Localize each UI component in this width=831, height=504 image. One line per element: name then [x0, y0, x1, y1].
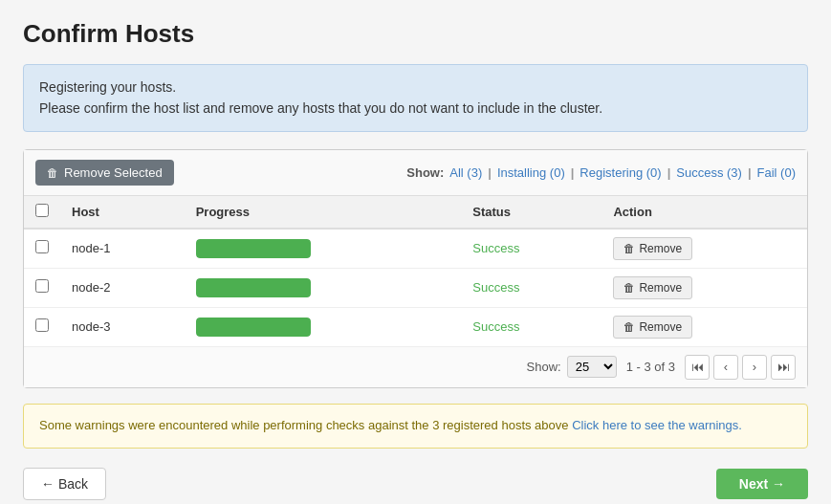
select-all-checkbox[interactable] — [35, 204, 49, 217]
row-action-node-3: Remove — [601, 307, 807, 346]
info-box: Registering your hosts. Please confirm t… — [23, 64, 808, 132]
warning-box: Some warnings were encountered while per… — [23, 404, 808, 449]
table-toolbar: Remove Selected Show: All (3) | Installi… — [24, 150, 807, 196]
hosts-table: Host Progress Status Action node-1 Succe… — [24, 196, 807, 346]
remove-selected-button[interactable]: Remove Selected — [35, 160, 174, 186]
row-checkbox-node-3[interactable] — [35, 318, 49, 332]
row-status-node-3: Success — [461, 307, 601, 346]
table-row: node-3 Success Remove — [24, 307, 807, 346]
warning-link[interactable]: Click here to see the warnings. — [572, 418, 742, 432]
filter-all-link[interactable]: All (3) — [449, 165, 482, 180]
col-progress: Progress — [185, 196, 462, 229]
trash-icon — [47, 165, 58, 180]
table-row: node-1 Success Remove — [24, 229, 807, 269]
filter-registering-link[interactable]: Registering (0) — [580, 165, 661, 180]
row-host-node-2: node-2 — [60, 268, 185, 307]
row-progress-node-1 — [185, 229, 462, 269]
row-checkbox-node-1[interactable] — [35, 240, 49, 253]
trash-icon-row-node-2 — [623, 281, 635, 295]
progress-bar-bg-node-2 — [196, 278, 311, 297]
info-line2: Please confirm the host list and remove … — [39, 100, 602, 116]
progress-bar-fill-node-2 — [196, 278, 311, 297]
row-checkbox-cell — [24, 307, 60, 346]
col-action: Action — [601, 196, 807, 229]
per-page-select[interactable]: 10 25 50 100 — [567, 356, 617, 378]
back-button[interactable]: ← Back — [23, 468, 106, 500]
pagination-buttons: ⏮ ‹ › ⏭ — [685, 355, 796, 380]
last-page-button[interactable]: ⏭ — [771, 355, 796, 380]
row-host-node-1: node-1 — [60, 229, 185, 269]
show-label: Show: — [406, 165, 444, 180]
warning-text: Some warnings were encountered while per… — [39, 418, 572, 432]
progress-bar-bg-node-1 — [196, 239, 311, 258]
first-page-button[interactable]: ⏮ — [685, 355, 710, 380]
row-progress-node-3 — [185, 307, 462, 346]
remove-button-node-3[interactable]: Remove — [613, 316, 692, 339]
col-checkbox — [24, 196, 60, 229]
remove-selected-label: Remove Selected — [64, 165, 163, 180]
sep2: | — [571, 165, 575, 180]
row-status-node-2: Success — [461, 268, 601, 307]
page-info: 1 - 3 of 3 — [626, 360, 675, 374]
table-header-row: Host Progress Status Action — [24, 196, 807, 229]
page-title: Confirm Hosts — [23, 19, 808, 49]
progress-bar-bg-node-3 — [196, 318, 311, 337]
row-host-node-3: node-3 — [60, 307, 185, 346]
next-page-button[interactable]: › — [742, 355, 767, 380]
row-checkbox-node-2[interactable] — [35, 279, 49, 293]
next-button[interactable]: Next → — [716, 469, 808, 499]
trash-icon-row-node-1 — [623, 242, 635, 255]
row-action-node-1: Remove — [601, 229, 807, 269]
col-status: Status — [461, 196, 601, 229]
remove-button-node-2[interactable]: Remove — [613, 276, 692, 299]
per-page-control: Show: 10 25 50 100 — [527, 356, 617, 378]
row-status-node-1: Success — [461, 229, 601, 269]
remove-button-node-1[interactable]: Remove — [613, 237, 692, 260]
sep1: | — [488, 165, 492, 180]
filter-success-link[interactable]: Success (3) — [676, 165, 742, 180]
bottom-navigation: ← Back Next → — [23, 468, 808, 500]
progress-bar-fill-node-3 — [196, 318, 311, 337]
prev-page-button[interactable]: ‹ — [713, 355, 738, 380]
sep3: | — [667, 165, 671, 180]
filter-installing-link[interactable]: Installing (0) — [497, 165, 565, 180]
info-line1: Registering your hosts. — [39, 79, 176, 95]
row-action-node-2: Remove — [601, 268, 807, 307]
table-row: node-2 Success Remove — [24, 268, 807, 307]
show-filter: Show: All (3) | Installing (0) | Registe… — [406, 165, 796, 180]
trash-icon-row-node-3 — [623, 320, 635, 334]
table-footer: Show: 10 25 50 100 1 - 3 of 3 ⏮ ‹ › ⏭ — [24, 346, 807, 387]
progress-bar-fill-node-1 — [196, 239, 311, 258]
hosts-table-container: Remove Selected Show: All (3) | Installi… — [23, 149, 808, 388]
row-checkbox-cell — [24, 268, 60, 307]
filter-fail-link[interactable]: Fail (0) — [757, 165, 796, 180]
col-host: Host — [60, 196, 185, 229]
row-progress-node-2 — [185, 268, 462, 307]
show-per-page-label: Show: — [527, 360, 561, 374]
sep4: | — [748, 165, 752, 180]
row-checkbox-cell — [24, 229, 60, 269]
